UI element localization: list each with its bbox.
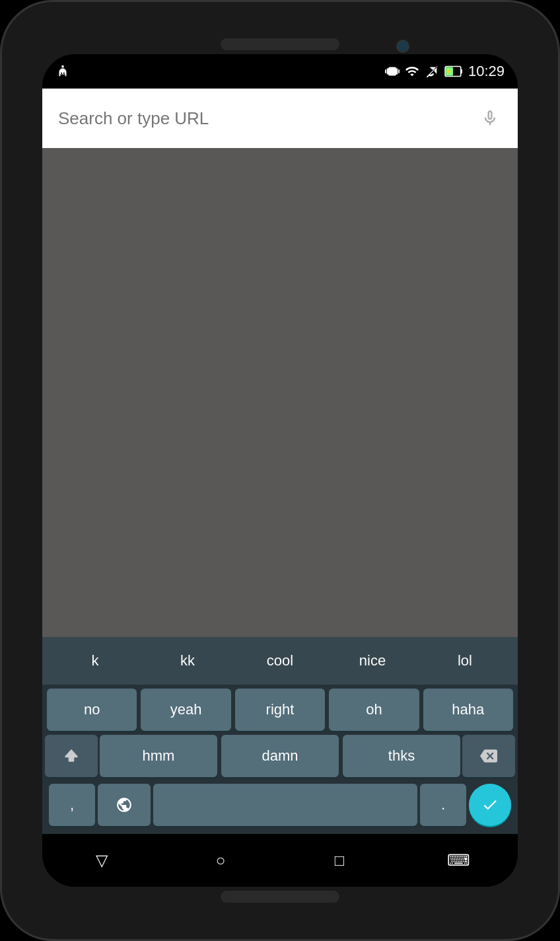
battery-icon: ⚡ bbox=[444, 64, 463, 79]
keyboard-bottom-row: , . bbox=[45, 781, 515, 831]
key-hmm[interactable]: hmm bbox=[100, 735, 217, 777]
keyboard-rows: no yeah right oh haha hmm damn thks bbox=[42, 685, 518, 834]
phone-device: ⚡ 10:29 k kk cool nice lol bbox=[0, 0, 560, 941]
key-shift[interactable] bbox=[45, 735, 98, 777]
svg-text:⚡: ⚡ bbox=[445, 68, 452, 75]
search-input[interactable] bbox=[58, 108, 478, 129]
globe-icon bbox=[116, 796, 133, 813]
key-damn[interactable]: damn bbox=[221, 735, 339, 777]
backspace-icon bbox=[480, 747, 497, 765]
status-time: 10:29 bbox=[468, 63, 505, 80]
keyboard-row-1: no yeah right oh haha bbox=[45, 689, 515, 731]
key-yeah[interactable]: yeah bbox=[141, 689, 230, 731]
suggestion-lol[interactable]: lol bbox=[419, 647, 511, 675]
content-area bbox=[42, 148, 518, 637]
key-space[interactable] bbox=[153, 784, 417, 826]
checkmark-icon bbox=[481, 796, 499, 813]
key-oh[interactable]: oh bbox=[329, 689, 419, 731]
keyboard-button[interactable]: ⌨ bbox=[438, 841, 478, 880]
status-right: ⚡ 10:29 bbox=[385, 63, 505, 80]
key-globe[interactable] bbox=[98, 784, 151, 826]
key-backspace[interactable] bbox=[462, 735, 515, 777]
home-button[interactable]: ○ bbox=[201, 841, 240, 880]
debug-icon bbox=[55, 64, 70, 79]
key-haha[interactable]: haha bbox=[423, 689, 513, 731]
phone-screen: ⚡ 10:29 k kk cool nice lol bbox=[42, 54, 518, 887]
mic-icon bbox=[481, 109, 499, 128]
recents-button[interactable]: □ bbox=[320, 841, 359, 880]
keyboard-area: k kk cool nice lol no yeah right oh haha bbox=[42, 637, 518, 834]
back-button[interactable]: ▽ bbox=[82, 841, 122, 880]
search-bar[interactable] bbox=[42, 89, 518, 148]
bottom-speaker bbox=[221, 891, 339, 903]
wifi-icon bbox=[405, 64, 419, 79]
status-left bbox=[55, 64, 70, 79]
suggestions-row: k kk cool nice lol bbox=[42, 637, 518, 685]
svg-rect-1 bbox=[461, 69, 462, 73]
suggestion-nice[interactable]: nice bbox=[326, 647, 419, 675]
status-bar: ⚡ 10:29 bbox=[42, 54, 518, 89]
shift-icon bbox=[63, 747, 80, 765]
key-period[interactable]: . bbox=[420, 784, 466, 826]
keyboard-row-2: hmm damn thks bbox=[45, 735, 515, 777]
mic-button[interactable] bbox=[478, 106, 502, 130]
suggestion-kk[interactable]: kk bbox=[141, 647, 234, 675]
vibrate-icon bbox=[385, 64, 400, 79]
signal-icon bbox=[425, 64, 439, 79]
key-right[interactable]: right bbox=[235, 689, 325, 731]
key-thks[interactable]: thks bbox=[343, 735, 460, 777]
suggestion-cool[interactable]: cool bbox=[234, 647, 326, 675]
suggestion-k[interactable]: k bbox=[49, 647, 141, 675]
key-enter[interactable] bbox=[469, 784, 511, 826]
key-no[interactable]: no bbox=[47, 689, 137, 731]
key-comma[interactable]: , bbox=[49, 784, 95, 826]
nav-bar: ▽ ○ □ ⌨ bbox=[42, 834, 518, 887]
